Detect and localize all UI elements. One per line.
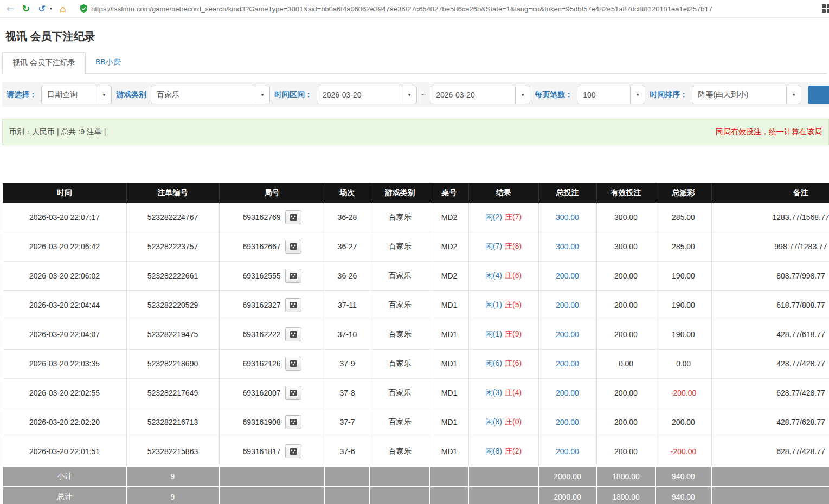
cell-total-bet[interactable]: 300.00	[538, 232, 596, 261]
cell-round: 693161817	[219, 437, 325, 466]
game-type-select[interactable]: 百家乐 ▾	[151, 86, 270, 104]
result-banker: 庄(5)	[505, 300, 522, 309]
round-detail-button[interactable]	[285, 298, 301, 312]
cell-total-bet[interactable]: 200.00	[538, 320, 596, 349]
col-header-time: 时间	[3, 183, 126, 203]
cell-total-bet[interactable]: 200.00	[538, 378, 596, 408]
cell-round: 693162667	[219, 232, 325, 261]
cell-total-bet[interactable]: 200.00	[538, 437, 596, 466]
cell-game-type: 百家乐	[370, 261, 430, 290]
subtotal-row: 小计 9 2000.00 1800.00 940.00	[3, 466, 829, 487]
table-row: 2026-03-20 22:04:07 523282219475 6931622…	[3, 320, 829, 349]
cell-result: 闲(3)庄(4)	[468, 378, 538, 408]
cell-valid-bet: 300.00	[596, 203, 656, 232]
back-icon[interactable]: ←	[4, 4, 16, 14]
cell-session: 36-26	[325, 261, 370, 290]
cell-total-bet[interactable]: 300.00	[538, 203, 596, 232]
round-number: 693162769	[242, 213, 280, 222]
undo-dropdown-caret[interactable]: ▾	[49, 7, 53, 11]
round-detail-button[interactable]	[285, 210, 301, 224]
url-text[interactable]: https://lssfmm.com/game/betrecord_search…	[91, 5, 712, 13]
cell-game-type: 百家乐	[370, 408, 430, 437]
security-shield-icon	[80, 4, 87, 13]
cell-game-type: 百家乐	[370, 437, 430, 466]
cell-table-no: MD1	[430, 320, 468, 349]
cell-table-no: MD2	[430, 203, 468, 232]
cell-round: 693162222	[219, 320, 325, 349]
date-from-select[interactable]: 2026-03-20 ▾	[317, 86, 417, 104]
round-number: 693162222	[242, 330, 280, 339]
search-button[interactable]	[808, 86, 829, 104]
refresh-icon[interactable]: ↻	[20, 4, 32, 14]
round-detail-button[interactable]	[285, 269, 301, 283]
cell-note: 428.77/618.77	[711, 320, 829, 349]
table-row: 2026-03-20 22:02:55 523282217649 6931620…	[3, 378, 829, 408]
tab-bb-tip[interactable]: BB小费	[86, 52, 131, 73]
subtotal-count: 9	[126, 466, 219, 487]
extension-grid-icon[interactable]	[822, 4, 829, 13]
cell-total-bet[interactable]: 200.00	[538, 290, 596, 320]
round-detail-button[interactable]	[285, 240, 301, 254]
col-header-valid-bet: 有效投注	[596, 183, 656, 203]
cell-bet-id: 523282216713	[126, 408, 219, 437]
chevron-down-icon: ▾	[402, 86, 416, 104]
cell-bet-id: 523282223757	[126, 232, 219, 261]
col-header-bet-id: 注单编号	[126, 183, 219, 203]
sort-order-value: 降幂(由大到小)	[692, 90, 786, 100]
col-header-result: 结果	[468, 183, 538, 203]
round-detail-button[interactable]	[285, 357, 301, 371]
result-banker: 庄(9)	[505, 329, 522, 338]
tab-bet-records[interactable]: 视讯 会员下注纪录	[2, 52, 86, 74]
game-type-value: 百家乐	[151, 90, 255, 100]
cell-game-type: 百家乐	[370, 349, 430, 378]
round-detail-button[interactable]	[285, 415, 301, 429]
result-player: 闲(8)	[485, 417, 502, 426]
round-number: 693161908	[242, 418, 280, 427]
dice-icon	[289, 214, 298, 221]
col-header-table-no: 桌号	[430, 183, 468, 203]
cell-payout: 200.00	[656, 408, 711, 437]
cell-time: 2026-03-20 22:06:42	[3, 232, 126, 261]
dice-icon	[289, 301, 298, 309]
result-player: 闲(1)	[485, 300, 502, 309]
round-detail-button[interactable]	[285, 386, 301, 400]
cell-bet-id: 523282222661	[126, 261, 219, 290]
page-size-value: 100	[577, 91, 630, 99]
total-label: 总计	[3, 487, 126, 504]
cell-session: 36-27	[325, 232, 370, 261]
cell-total-bet[interactable]: 200.00	[538, 408, 596, 437]
cell-payout: -200.00	[656, 378, 711, 408]
date-range-tilde: ~	[421, 91, 426, 99]
cell-session: 37-11	[325, 290, 370, 320]
result-banker: 庄(7)	[505, 212, 522, 221]
cell-round: 693162126	[219, 349, 325, 378]
address-bar[interactable]: https://lssfmm.com/game/betrecord_search…	[73, 4, 825, 13]
round-detail-button[interactable]	[285, 444, 301, 458]
cell-game-type: 百家乐	[370, 232, 430, 261]
cell-bet-id: 523282224767	[126, 203, 219, 232]
date-to-select[interactable]: 2026-03-20 ▾	[430, 86, 530, 104]
cell-table-no: MD1	[430, 437, 468, 466]
total-count: 9	[126, 487, 219, 504]
cell-valid-bet: 200.00	[596, 378, 656, 408]
cell-total-bet[interactable]: 200.00	[538, 261, 596, 290]
home-icon[interactable]: ⌂	[57, 4, 69, 14]
cell-total-bet[interactable]: 200.00	[538, 349, 596, 378]
total-total-bet: 2000.00	[538, 487, 596, 504]
undo-icon[interactable]: ↺	[36, 4, 48, 14]
sort-order-select[interactable]: 降幂(由大到小) ▾	[692, 86, 801, 104]
result-banker: 庄(8)	[505, 242, 522, 250]
cell-round: 693162007	[219, 378, 325, 408]
cell-note: 428.77/428.77	[711, 349, 829, 378]
dice-icon	[289, 272, 298, 280]
cell-result: 闲(7)庄(8)	[468, 232, 538, 261]
page-size-select[interactable]: 100 ▾	[577, 86, 645, 104]
result-player: 闲(4)	[485, 271, 502, 280]
round-number: 693162126	[242, 359, 280, 368]
query-type-select[interactable]: 日期查询 ▾	[41, 86, 112, 104]
col-header-total-bet: 总投注	[538, 183, 596, 203]
time-range-label: 时间区间：	[274, 90, 312, 100]
round-detail-button[interactable]	[285, 327, 301, 341]
cell-note: 628.77/428.77	[711, 437, 829, 466]
cell-payout: 0.00	[656, 349, 711, 378]
